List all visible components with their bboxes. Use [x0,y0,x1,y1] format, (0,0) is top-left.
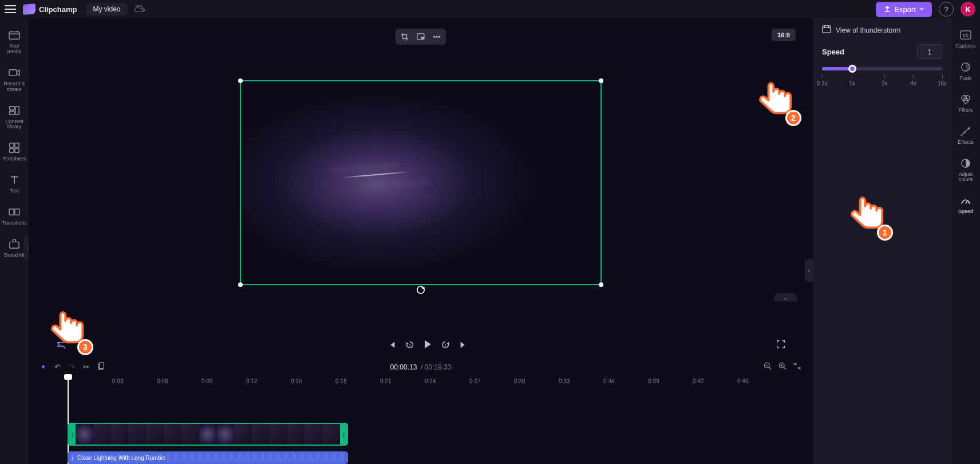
ruler-label: 0:06 [157,378,168,384]
svg-rect-2 [9,69,17,76]
audio-clip[interactable]: ♪ Close Lightning With Long Rumble [68,451,348,464]
ruler-label: 0:30 [514,378,525,384]
export-label: Export [894,5,916,14]
sidebar-item-content-library[interactable]: Content library [2,101,27,134]
transitions-icon [8,206,21,218]
ruler-label: 0:27 [469,378,480,384]
slider-tick: 0.1x [817,75,828,86]
svg-rect-3 [10,106,14,109]
resize-handle-tr[interactable] [599,78,603,83]
help-button[interactable]: ? [939,2,954,17]
zoom-in-button[interactable] [779,362,787,372]
brand-kit-icon [8,238,21,250]
undo-button[interactable]: ↶ [54,363,61,371]
slider-tick: 2x [882,75,888,86]
clip-title: View of thunderstorm [836,26,900,34]
filters-icon [959,93,972,105]
speed-ticks: 0.1x1x2x4x16x [822,75,942,86]
clip-handle-left[interactable]: || [69,424,76,445]
ruler-label: 0:09 [201,378,212,384]
fullscreen-button[interactable] [776,340,785,351]
speed-input[interactable] [917,44,942,59]
svg-rect-12 [10,242,19,248]
sidebar-item-brand-kit[interactable]: Brand kit [2,234,27,262]
duplicate-button[interactable] [97,361,105,372]
ruler-label: 0:18 [335,378,346,384]
slider-tick: 16x [938,75,947,86]
clip-handle-right[interactable]: || [340,424,347,445]
split-button[interactable]: ✂ [83,363,89,371]
slider-tick: 1x [849,75,855,86]
avatar[interactable]: K [961,2,975,17]
svg-rect-21 [823,26,831,33]
svg-rect-11 [15,209,19,215]
skip-back-button[interactable] [388,341,396,351]
speed-slider[interactable] [822,67,942,70]
brand-logo-icon [23,3,35,15]
ruler-label: 0:03 [112,378,123,384]
sidebar-label: Transitions [2,221,27,226]
sidebar-label: Record & create [2,81,27,93]
sidebar-item-record-create[interactable]: Record & create [2,63,27,96]
sidebar-item-transitions[interactable]: Transitions [2,202,27,230]
right-tab-adjust-colors[interactable]: Adjust colors [953,154,978,187]
menu-button[interactable] [5,3,16,15]
timeline-ruler[interactable]: 0:030:060:090:120:150:180:210:240:270:30… [68,377,807,388]
collapse-timeline-button[interactable]: ⌄ [774,293,797,301]
expand-right-panel-button[interactable]: › [805,259,813,282]
right-tab-speed[interactable]: Speed [953,191,978,218]
preview-canvas[interactable] [240,80,602,285]
ruler-label: 0:24 [425,378,436,384]
brand-name: Clipchamp [39,5,77,14]
svg-rect-10 [9,209,14,215]
svg-rect-18 [100,363,104,369]
ruler-label: 0:36 [603,378,614,384]
ai-timeline-button[interactable]: ✦ [40,363,46,371]
chevron-down-icon [919,7,924,11]
more-button[interactable]: ••• [429,30,444,43]
crop-button[interactable] [397,30,412,43]
right-tab-label: Fade [960,76,972,81]
fade-icon [959,61,972,73]
ruler-label: 0:33 [559,378,570,384]
captions-icon: CC [959,29,972,41]
pip-button[interactable] [413,30,428,43]
svg-rect-14 [421,37,424,39]
ruler-label: 0:39 [648,378,659,384]
cloud-off-icon [135,4,145,14]
slider-thumb[interactable] [848,65,856,73]
sidebar-label: Your media [2,44,27,55]
audio-clip-name: Close Lightning With Long Rumble [77,455,165,461]
templates-icon [8,141,21,154]
sidebar-label: Text [10,188,19,194]
right-tab-captions[interactable]: CC Captions [953,25,978,53]
fit-timeline-button[interactable] [793,362,801,372]
right-tab-effects[interactable]: Effects [953,121,978,149]
rewind-button[interactable]: 5 [405,340,414,351]
sidebar-item-text[interactable]: Text [2,170,27,198]
resize-handle-br[interactable] [599,282,603,287]
svg-rect-5 [10,111,14,114]
ai-sparkle-button[interactable] [56,339,68,352]
forward-button[interactable]: 5 [441,340,450,351]
rotate-handle[interactable] [416,285,425,294]
sidebar-item-templates[interactable]: Templates [2,138,27,166]
skip-forward-button[interactable] [459,341,467,351]
speed-label: Speed [822,48,844,56]
resize-handle-tl[interactable] [238,78,243,83]
export-button[interactable]: Export [876,2,932,17]
redo-button: ↷ [69,363,75,371]
svg-rect-1 [9,32,19,40]
project-name[interactable]: My video [86,3,127,15]
slider-tick: 4x [910,75,916,86]
right-tab-label: Effects [958,140,973,146]
video-clip[interactable]: || || [68,423,348,446]
aspect-ratio-button[interactable]: 16:9 [772,29,796,41]
timeline-tracks[interactable]: || || ♪ Close Lightning With Long Rumble [68,388,807,464]
resize-handle-bl[interactable] [238,282,243,287]
right-tab-fade[interactable]: Fade [953,57,978,85]
play-button[interactable] [424,340,432,351]
right-tab-filters[interactable]: Filters [953,89,978,117]
sidebar-item-your-media[interactable]: Your media [2,25,27,58]
zoom-out-button[interactable] [764,362,772,372]
